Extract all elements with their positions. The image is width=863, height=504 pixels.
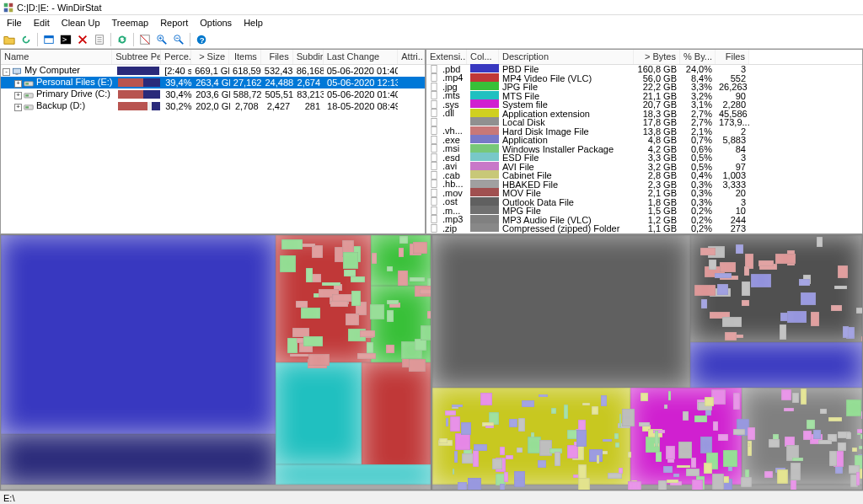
dir-header[interactable]: > Size bbox=[191, 50, 229, 64]
treemap-cell[interactable] bbox=[709, 260, 716, 270]
treemap-cell[interactable] bbox=[330, 301, 348, 307]
treemap-cell[interactable] bbox=[450, 416, 460, 432]
treemap-cell[interactable] bbox=[663, 466, 673, 473]
treemap-cell[interactable] bbox=[297, 338, 303, 343]
treemap-cell[interactable] bbox=[828, 417, 842, 421]
treemap-cell[interactable] bbox=[622, 409, 634, 426]
treemap-cell[interactable] bbox=[780, 324, 786, 340]
treemap-cell[interactable] bbox=[619, 468, 623, 475]
treemap-cell[interactable] bbox=[367, 342, 374, 353]
treemap-cell[interactable] bbox=[357, 353, 376, 359]
treemap-cell[interactable] bbox=[838, 265, 847, 279]
dir-header[interactable]: Perce... bbox=[161, 50, 191, 64]
treemap-cell[interactable] bbox=[641, 393, 648, 402]
treemap-cell[interactable] bbox=[838, 442, 846, 451]
treemap-cell[interactable] bbox=[656, 452, 662, 462]
treemap-right[interactable] bbox=[432, 235, 862, 490]
treemap-cell[interactable] bbox=[811, 312, 820, 326]
treemap-cell[interactable] bbox=[861, 411, 862, 419]
ext-header[interactable]: Description bbox=[499, 50, 634, 64]
dir-header[interactable]: Items bbox=[229, 50, 261, 64]
treemap-cell[interactable] bbox=[280, 255, 296, 272]
treemap-cell[interactable] bbox=[453, 469, 455, 475]
treemap-cell[interactable] bbox=[720, 262, 736, 273]
treemap-cell[interactable] bbox=[409, 359, 426, 372]
treemap-cell[interactable] bbox=[592, 406, 598, 415]
treemap-cell[interactable] bbox=[346, 314, 359, 325]
treemap-cell[interactable] bbox=[777, 469, 787, 484]
menu-clean-up[interactable]: Clean Up bbox=[56, 17, 105, 29]
treemap-cell[interactable] bbox=[603, 439, 612, 442]
treemap-cell[interactable] bbox=[655, 431, 658, 448]
treemap-cell[interactable] bbox=[700, 248, 716, 255]
treemap-cell[interactable] bbox=[514, 471, 525, 487]
treemap-cell[interactable] bbox=[360, 330, 375, 336]
treemap-cell[interactable] bbox=[820, 409, 827, 414]
treemap-cell[interactable] bbox=[518, 418, 525, 432]
treemap-cell[interactable] bbox=[856, 308, 862, 314]
treemap-cell[interactable] bbox=[410, 277, 425, 281]
treemap-cell[interactable] bbox=[705, 397, 713, 406]
treemap-cell[interactable] bbox=[801, 292, 816, 305]
treemap-cell[interactable] bbox=[801, 389, 807, 405]
treemap-cell[interactable] bbox=[468, 478, 481, 490]
treemap-cell[interactable] bbox=[301, 308, 320, 319]
treemap-cell[interactable] bbox=[601, 395, 607, 406]
treemap-cell[interactable] bbox=[748, 443, 750, 446]
ext-header[interactable]: Extensi... bbox=[426, 50, 467, 64]
properties-button[interactable] bbox=[92, 32, 107, 47]
treemap-cell[interactable] bbox=[597, 455, 599, 464]
no-treemap-button[interactable] bbox=[137, 32, 153, 47]
treemap-cell[interactable] bbox=[564, 405, 568, 419]
treemap-cell[interactable] bbox=[758, 260, 773, 266]
menu-file[interactable]: File bbox=[2, 17, 27, 29]
ext-row[interactable]: .zipCompressed (zipped) Folder1,1 GB0,2%… bbox=[426, 224, 862, 233]
treemap-cell[interactable] bbox=[531, 432, 535, 437]
expand-icon[interactable]: + bbox=[14, 80, 22, 88]
treemap-cell[interactable] bbox=[857, 429, 862, 433]
ext-header[interactable]: Files bbox=[716, 50, 749, 64]
cmd-button[interactable]: > bbox=[58, 32, 73, 47]
treemap-cell[interactable] bbox=[628, 452, 631, 458]
treemap-cell[interactable] bbox=[678, 442, 692, 459]
treemap-cell[interactable] bbox=[733, 429, 745, 435]
treemap-cell[interactable] bbox=[387, 300, 399, 304]
treemap-cell[interactable] bbox=[454, 451, 458, 463]
treemap-cell[interactable] bbox=[722, 317, 742, 327]
treemap-cell[interactable] bbox=[614, 433, 619, 439]
treemap-cell[interactable] bbox=[387, 310, 393, 322]
treemap-cell[interactable] bbox=[860, 434, 862, 439]
treemap-cell[interactable] bbox=[736, 244, 743, 254]
treemap-cell[interactable] bbox=[343, 252, 358, 269]
treemap-cell[interactable] bbox=[799, 279, 810, 286]
treemap-cell[interactable] bbox=[427, 311, 431, 319]
treemap-cell[interactable] bbox=[787, 311, 807, 323]
treemap-cell[interactable] bbox=[742, 281, 750, 297]
treemap-cell[interactable] bbox=[322, 282, 340, 286]
treemap-cell[interactable] bbox=[742, 300, 749, 307]
treemap-cell[interactable] bbox=[615, 442, 619, 448]
treemap-cell[interactable] bbox=[551, 408, 556, 414]
treemap-cell[interactable] bbox=[420, 289, 431, 295]
treemap-cell[interactable] bbox=[445, 410, 456, 416]
treemap-cell[interactable] bbox=[817, 237, 823, 247]
treemap-cell[interactable] bbox=[718, 434, 728, 441]
treemap-cell[interactable] bbox=[831, 305, 842, 312]
treemap-cell[interactable] bbox=[852, 448, 857, 451]
treemap-cell[interactable] bbox=[807, 420, 815, 429]
dir-row[interactable]: -My Computer[2:40 s]669,1 GB618,599532,4… bbox=[1, 65, 425, 77]
treemap-cell[interactable] bbox=[683, 411, 689, 421]
treemap-cell[interactable] bbox=[474, 444, 487, 451]
delete-button[interactable] bbox=[75, 32, 90, 47]
treemap-cell[interactable] bbox=[673, 474, 679, 476]
treemap-cell[interactable] bbox=[372, 253, 377, 264]
menu-help[interactable]: Help bbox=[239, 17, 268, 29]
treemap-cell[interactable] bbox=[856, 472, 860, 485]
treemap-cell[interactable] bbox=[387, 266, 393, 271]
treemap-cell[interactable] bbox=[860, 469, 862, 479]
dir-header[interactable]: Attri... bbox=[398, 50, 425, 64]
zoom-in-button[interactable] bbox=[154, 32, 169, 47]
dir-row[interactable]: +Primary Drive (C:)30,4%203,6 GB588,7295… bbox=[1, 88, 425, 100]
dir-header[interactable]: Name bbox=[1, 50, 112, 64]
treemap-cell[interactable] bbox=[667, 480, 679, 483]
